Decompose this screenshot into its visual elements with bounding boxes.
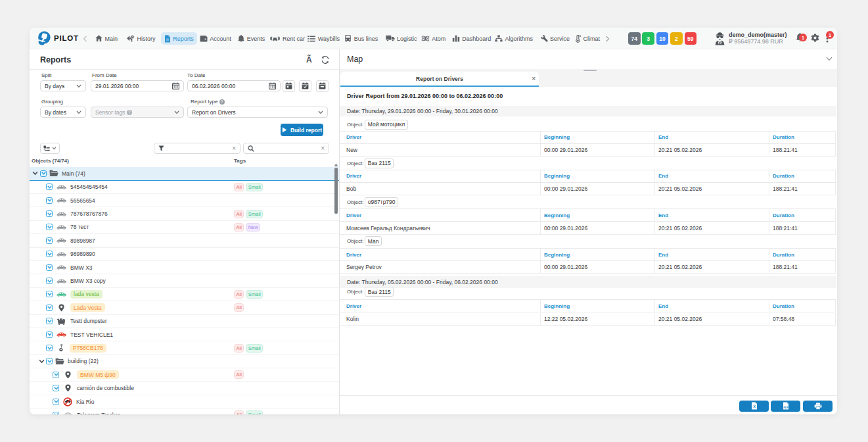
svg-text:PDF: PDF: [783, 406, 788, 409]
svg-text:X: X: [753, 405, 756, 409]
